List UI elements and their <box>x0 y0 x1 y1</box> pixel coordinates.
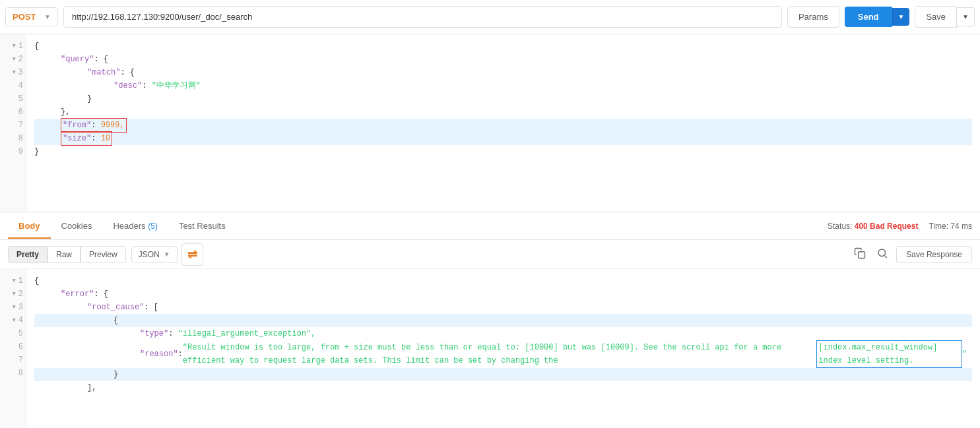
save-dropdown-button[interactable]: ▼ <box>957 7 975 26</box>
fold-icon-3[interactable]: ▼ <box>12 66 15 79</box>
save-button[interactable]: Save <box>915 6 957 28</box>
resp-fold-icon-2[interactable]: ▼ <box>12 288 15 301</box>
format-chevron-icon: ▼ <box>164 251 170 258</box>
toolbar-right: Save Response <box>851 245 972 264</box>
method-chevron-icon: ▼ <box>44 13 51 20</box>
resp-line-6: "reason": "Result window is too large, f… <box>34 340 972 368</box>
tab-cookies[interactable]: Cookies <box>51 214 103 239</box>
resp-fold-icon-3[interactable]: ▼ <box>12 301 15 314</box>
status-info: Status: 400 Bad Request Time: 74 ms <box>828 222 972 231</box>
send-dropdown-button[interactable]: ▼ <box>892 8 910 26</box>
request-editor: ▼1 ▼2 ▼3 4 5 6 7 8 9 { "query": { "match… <box>0 34 980 212</box>
url-input[interactable] <box>63 6 782 28</box>
request-code-content[interactable]: { "query": { "match": { "desc": "中华学习网" … <box>26 34 980 212</box>
save-response-button[interactable]: Save Response <box>896 246 972 263</box>
fold-icon-1[interactable]: ▼ <box>12 40 15 53</box>
method-label: POST <box>13 12 36 22</box>
headers-badge: (5) <box>148 222 158 231</box>
code-line-2: "query": { <box>34 53 972 66</box>
resp-line-3: "root_cause": [ <box>34 301 972 314</box>
format-label: JSON <box>139 250 160 259</box>
send-btn-group: Send ▼ <box>845 7 910 27</box>
request-line-numbers: ▼1 ▼2 ▼3 4 5 6 7 8 9 <box>0 34 26 212</box>
send-button[interactable]: Send <box>845 7 892 27</box>
code-line-6: }, <box>34 106 972 119</box>
resp-line-7: } <box>34 368 972 381</box>
code-line-5: } <box>34 92 972 106</box>
resp-line-4: { <box>34 314 972 327</box>
fold-icon-2[interactable]: ▼ <box>12 53 15 66</box>
code-line-8: "size": 10 <box>34 132 972 145</box>
time-value: 74 ms <box>950 222 972 231</box>
view-raw-button[interactable]: Raw <box>48 246 81 263</box>
search-icon-button[interactable] <box>874 245 891 264</box>
resp-line-5: "type": "illegal_argument_exception", <box>34 327 972 340</box>
copy-icon-button[interactable] <box>851 245 868 264</box>
code-line-3: "match": { <box>34 66 972 79</box>
status-value: 400 Bad Request <box>855 222 919 231</box>
tab-test-results[interactable]: Test Results <box>168 214 236 239</box>
svg-point-1 <box>878 249 886 257</box>
method-select[interactable]: POST ▼ <box>5 7 58 26</box>
code-line-9: } <box>34 145 972 158</box>
view-preview-button[interactable]: Preview <box>81 246 126 263</box>
response-body: ▼1 ▼2 ▼3 ▼4 5 6 7 8 { "error": { "root_c… <box>0 269 980 428</box>
wrap-button[interactable]: ⇌ <box>181 243 203 266</box>
resp-line-2: "error": { <box>34 288 972 301</box>
resp-line-1: { <box>34 274 972 288</box>
svg-rect-0 <box>859 251 865 258</box>
response-tabs: Body Cookies Headers (5) Test Results St… <box>0 212 980 240</box>
tab-body[interactable]: Body <box>8 214 51 239</box>
params-button[interactable]: Params <box>787 6 839 28</box>
request-code-area: ▼1 ▼2 ▼3 4 5 6 7 8 9 { "query": { "match… <box>0 34 980 212</box>
code-line-7: "from": 9999, <box>34 119 972 132</box>
save-btn-group: Save ▼ <box>915 6 975 28</box>
format-select[interactable]: JSON ▼ <box>131 246 178 263</box>
status-label: Status: 400 Bad Request <box>828 222 918 231</box>
tab-headers[interactable]: Headers (5) <box>102 214 168 239</box>
resp-fold-icon-1[interactable]: ▼ <box>12 274 15 288</box>
view-buttons: Pretty Raw Preview <box>8 246 126 263</box>
resp-line-8: ], <box>34 381 972 394</box>
view-pretty-button[interactable]: Pretty <box>8 246 48 263</box>
response-toolbar: Pretty Raw Preview JSON ▼ ⇌ Save Respons… <box>0 240 980 269</box>
response-code-content[interactable]: { "error": { "root_cause": [ { "type": "… <box>26 269 980 428</box>
code-line-4: "desc": "中华学习网" <box>34 79 972 92</box>
response-code-area: ▼1 ▼2 ▼3 ▼4 5 6 7 8 { "error": { "root_c… <box>0 269 980 428</box>
svg-line-2 <box>885 255 887 257</box>
resp-fold-icon-4[interactable]: ▼ <box>12 314 15 327</box>
response-line-numbers: ▼1 ▼2 ▼3 ▼4 5 6 7 8 <box>0 269 26 428</box>
code-line-1: { <box>34 40 972 53</box>
time-label: Time: 74 ms <box>929 222 972 231</box>
top-bar: POST ▼ Params Send ▼ Save ▼ <box>0 0 980 34</box>
